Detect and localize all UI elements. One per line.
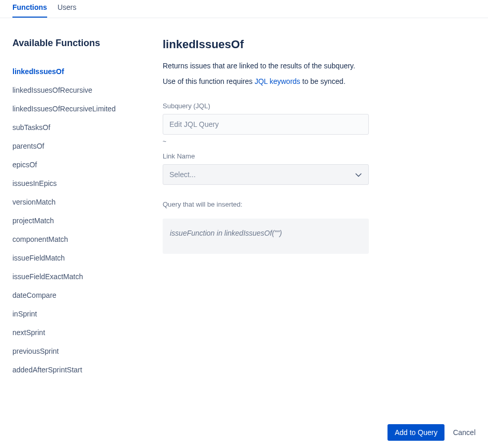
- function-item[interactable]: parentsOf: [12, 137, 163, 155]
- sidebar: Available Functions linkedIssuesOf linke…: [12, 38, 163, 379]
- tab-users[interactable]: Users: [58, 0, 77, 18]
- function-title: linkedIssuesOf: [163, 38, 476, 51]
- function-item[interactable]: dateCompare: [12, 286, 163, 305]
- linkname-select-wrap: Select...: [163, 164, 369, 185]
- function-item[interactable]: issuesInEpics: [12, 174, 163, 193]
- function-item[interactable]: nextSprint: [12, 323, 163, 342]
- query-preview-text: issueFunction in linkedIssuesOf(""): [170, 229, 282, 237]
- linkname-label: Link Name: [163, 152, 476, 160]
- function-item[interactable]: previousSprint: [12, 342, 163, 360]
- function-item[interactable]: issueFieldMatch: [12, 249, 163, 267]
- function-description: Returns issues that are linked to the re…: [163, 62, 476, 70]
- function-item[interactable]: inSprint: [12, 305, 163, 323]
- add-to-query-button[interactable]: Add to Query: [387, 424, 445, 441]
- tab-functions[interactable]: Functions: [12, 0, 47, 18]
- function-item[interactable]: epicsOf: [12, 155, 163, 174]
- query-preview-box: issueFunction in linkedIssuesOf(""): [163, 219, 369, 254]
- content-area: Available Functions linkedIssuesOf linke…: [0, 18, 488, 379]
- function-item[interactable]: linkedIssuesOf: [12, 62, 163, 81]
- function-item[interactable]: linkedIssuesOfRecursiveLimited: [12, 99, 163, 118]
- subquery-field-group: Subquery (JQL) ~ Link Name Select... Que…: [163, 102, 476, 254]
- footer-actions: Add to Query Cancel: [387, 424, 476, 441]
- usage-suffix: to be synced.: [300, 77, 346, 85]
- function-item[interactable]: versionMatch: [12, 193, 163, 211]
- tabs-bar: Functions Users: [0, 0, 488, 18]
- main-panel: linkedIssuesOf Returns issues that are l…: [163, 38, 476, 379]
- usage-note: Use of this function requires JQL keywor…: [163, 77, 476, 85]
- function-item[interactable]: issueFieldExactMatch: [12, 267, 163, 286]
- function-item[interactable]: componentMatch: [12, 230, 163, 249]
- jql-keywords-link[interactable]: JQL keywords: [254, 77, 300, 85]
- sidebar-title: Available Functions: [12, 38, 163, 49]
- subquery-label: Subquery (JQL): [163, 102, 476, 110]
- function-item[interactable]: linkedIssuesOfRecursive: [12, 81, 163, 99]
- function-item[interactable]: subTasksOf: [12, 118, 163, 137]
- tilde-marker: ~: [163, 138, 476, 145]
- function-item[interactable]: projectMatch: [12, 211, 163, 230]
- subquery-input[interactable]: [163, 114, 369, 135]
- function-list: linkedIssuesOf linkedIssuesOfRecursive l…: [12, 62, 163, 379]
- query-preview-label: Query that will be inserted:: [163, 200, 476, 208]
- cancel-button[interactable]: Cancel: [453, 428, 476, 437]
- linkname-select[interactable]: Select...: [163, 164, 369, 185]
- linkname-placeholder: Select...: [169, 170, 196, 179]
- function-item[interactable]: addedAfterSprintStart: [12, 360, 163, 379]
- usage-prefix: Use of this function requires: [163, 77, 254, 85]
